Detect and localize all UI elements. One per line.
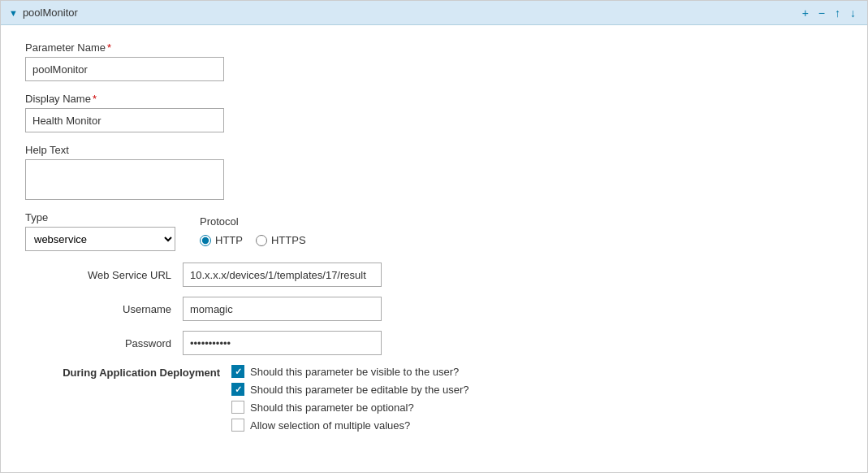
deployment-options: Should this parameter be visible to the …: [231, 365, 469, 432]
minus-button[interactable]: −: [815, 6, 828, 20]
web-service-url-row: Web Service URL: [74, 263, 843, 287]
help-text-row: Help Text: [25, 144, 843, 200]
https-label: HTTPS: [271, 234, 306, 246]
form-content: Parameter Name* Display Name* Help Text …: [1, 25, 867, 472]
password-row: Password: [74, 331, 843, 355]
visible-checkbox-option[interactable]: Should this parameter be visible to the …: [231, 365, 469, 378]
optional-checkbox-option[interactable]: Should this parameter be optional?: [231, 401, 469, 414]
title-bar: ▼ poolMonitor + − ↑ ↓: [1, 1, 867, 25]
help-text-input[interactable]: [25, 159, 224, 200]
multiple-checkbox[interactable]: [231, 419, 244, 432]
web-service-url-label: Web Service URL: [74, 269, 171, 281]
https-radio[interactable]: [256, 235, 267, 246]
http-radio[interactable]: [200, 235, 211, 246]
optional-label: Should this parameter be optional?: [250, 401, 414, 414]
username-label: Username: [74, 303, 171, 315]
main-window: ▼ poolMonitor + − ↑ ↓ Parameter Name* Di…: [0, 0, 868, 473]
username-row: Username: [74, 297, 843, 321]
parameter-name-row: Parameter Name*: [25, 41, 843, 81]
editable-checkbox[interactable]: [231, 383, 244, 396]
type-select[interactable]: webservice string integer boolean: [25, 227, 175, 251]
parameter-name-input[interactable]: [25, 57, 224, 81]
http-radio-option[interactable]: HTTP: [200, 234, 243, 246]
type-label: Type: [25, 211, 175, 223]
help-text-label: Help Text: [25, 144, 843, 156]
visible-checkbox[interactable]: [231, 365, 244, 378]
protocol-label: Protocol: [200, 211, 306, 228]
collapse-icon[interactable]: ▼: [9, 8, 18, 18]
web-service-url-input[interactable]: [183, 263, 382, 287]
add-button[interactable]: +: [799, 6, 812, 20]
username-input[interactable]: [183, 297, 382, 321]
deployment-label: During Application Deployment: [25, 365, 220, 379]
multiple-label: Allow selection of multiple values?: [250, 419, 410, 432]
down-button[interactable]: ↓: [847, 6, 859, 20]
display-name-row: Display Name*: [25, 93, 843, 132]
type-col: Type webservice string integer boolean: [25, 211, 175, 251]
deployment-section: During Application Deployment Should thi…: [25, 365, 843, 432]
title-bar-label: poolMonitor: [23, 7, 78, 19]
multiple-checkbox-option[interactable]: Allow selection of multiple values?: [231, 419, 469, 432]
parameter-name-label: Parameter Name*: [25, 41, 843, 54]
editable-label: Should this parameter be editable by the…: [250, 384, 469, 396]
up-button[interactable]: ↑: [831, 6, 844, 20]
https-radio-option[interactable]: HTTPS: [256, 234, 306, 246]
protocol-options: HTTP HTTPS: [200, 234, 306, 246]
type-protocol-row: Type webservice string integer boolean P…: [25, 211, 843, 251]
title-bar-left: ▼ poolMonitor: [9, 7, 78, 19]
title-bar-actions: + − ↑ ↓: [799, 6, 859, 20]
webservice-fields: Web Service URL Username Password: [74, 263, 843, 355]
password-input[interactable]: [183, 331, 382, 355]
optional-checkbox[interactable]: [231, 401, 244, 414]
visible-label: Should this parameter be visible to the …: [250, 366, 459, 378]
display-name-label: Display Name*: [25, 93, 843, 105]
display-name-input[interactable]: [25, 108, 224, 132]
password-label: Password: [74, 337, 171, 349]
http-label: HTTP: [215, 234, 243, 246]
editable-checkbox-option[interactable]: Should this parameter be editable by the…: [231, 383, 469, 396]
protocol-section: Protocol HTTP HTTPS: [200, 211, 306, 246]
